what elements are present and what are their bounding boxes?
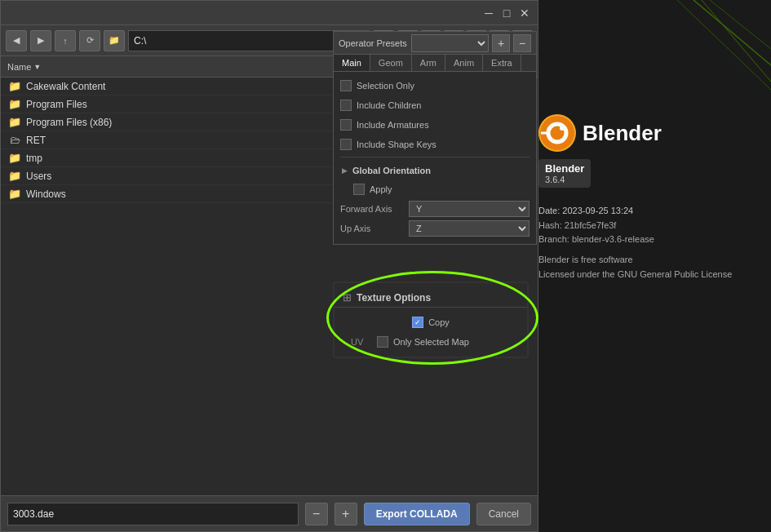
blender-date: Date: 2023-09-25 13:24	[538, 204, 654, 219]
operator-presets-select[interactable]	[411, 34, 489, 52]
tab-extra[interactable]: Extra	[483, 55, 521, 71]
file-name: Program Files	[26, 99, 352, 110]
zoom-out-button[interactable]: −	[305, 503, 328, 525]
file-name: Windows	[26, 188, 352, 200]
blender-license: Blender is free software Licensed under …	[538, 253, 732, 282]
section-divider	[340, 157, 530, 157]
preset-remove-button[interactable]: −	[513, 34, 531, 52]
svg-point-7	[560, 126, 565, 131]
up-axis-row: Up Axis Z X Y	[340, 219, 530, 237]
filename-input[interactable]	[7, 503, 299, 525]
minimize-button[interactable]: ─	[482, 7, 495, 20]
forward-axis-label: Forward Axis	[340, 204, 405, 214]
blender-version-box: Blender 3.6.4	[538, 159, 591, 188]
blender-free-text: Blender is free software	[538, 253, 732, 268]
main-options-body: Selection Only Include Children Include …	[334, 72, 536, 244]
blender-logo-wordmark: Blender	[583, 121, 662, 146]
file-name: Cakewalk Content	[26, 81, 352, 92]
footer-bar: − + Export COLLADA Cancel	[1, 495, 538, 531]
blender-logo-circle	[538, 114, 576, 152]
tab-arm[interactable]: Arm	[412, 55, 445, 71]
sort-arrow: ▼	[33, 63, 41, 71]
forward-button[interactable]: ▶	[30, 30, 51, 51]
selection-only-row: Selection Only	[340, 77, 530, 95]
uv-label: UV	[351, 337, 372, 347]
export-button[interactable]: Export COLLADA	[364, 503, 470, 525]
blender-hash: Hash: 21bfc5e7fe3f	[538, 219, 654, 233]
only-selected-map-label: Only Selected Map	[393, 337, 469, 347]
operator-presets-header: Operator Presets + −	[334, 32, 536, 55]
include-armatures-row: Include Armatures	[340, 116, 530, 134]
apply-checkbox[interactable]	[353, 184, 365, 195]
file-name: RET	[26, 135, 352, 146]
texture-popup-title: Texture Options	[357, 292, 431, 304]
window-titlebar: ─ □ ✕	[1, 1, 538, 25]
include-children-checkbox[interactable]	[340, 100, 352, 111]
options-panel: Operator Presets + − Main Geom Arm Anim …	[333, 31, 537, 245]
svg-line-2	[710, 0, 771, 49]
uv-only-selected-row: UV Only Selected Map	[335, 332, 527, 352]
include-shape-keys-label: Include Shape Keys	[357, 140, 436, 149]
global-orientation-section[interactable]: ▶ Global Orientation	[340, 161, 530, 180]
apply-label: Apply	[370, 184, 392, 194]
blender-branch: Branch: blender-v3.6-release	[538, 233, 654, 247]
back-button[interactable]: ◀	[6, 30, 27, 51]
include-armatures-label: Include Armatures	[357, 120, 429, 130]
forward-axis-row: Forward Axis Y X Z -X -Y -Z	[340, 200, 530, 218]
cancel-button[interactable]: Cancel	[476, 503, 531, 525]
include-shape-keys-row: Include Shape Keys	[340, 135, 530, 153]
file-name: Users	[26, 171, 352, 182]
folder-icon: 📁	[7, 152, 22, 165]
selection-only-label: Selection Only	[357, 81, 414, 91]
folder-icon: 📁	[7, 188, 22, 201]
file-name: tmp	[26, 153, 352, 164]
up-axis-label: Up Axis	[340, 224, 405, 233]
copy-checkbox[interactable]	[412, 317, 423, 328]
blender-version-label: Blender	[545, 162, 584, 175]
include-armatures-checkbox[interactable]	[340, 119, 352, 131]
svg-line-3	[677, 0, 771, 90]
include-children-row: Include Children	[340, 96, 530, 114]
forward-axis-select[interactable]: Y X Z -X -Y -Z	[409, 201, 530, 217]
up-button[interactable]: ↑	[55, 30, 76, 51]
tab-anim[interactable]: Anim	[445, 55, 483, 71]
orient-triangle-icon: ▶	[342, 166, 348, 175]
folder-icon: 📁	[7, 98, 22, 111]
folder-icon: 📁	[7, 170, 22, 183]
operator-presets-label: Operator Presets	[339, 38, 408, 48]
apply-row: Apply	[340, 180, 530, 198]
include-shape-keys-checkbox[interactable]	[340, 139, 352, 150]
options-tabs: Main Geom Arm Anim Extra	[334, 55, 536, 72]
blender-version-number: 3.6.4	[545, 175, 584, 184]
bookmark-button[interactable]: 📁	[104, 30, 125, 51]
copy-label: Copy	[428, 317, 450, 327]
texture-options-popup: ⊞ Texture Options Copy UV Only Selected …	[333, 282, 529, 358]
copy-row: Copy	[335, 313, 527, 332]
blender-info: Date: 2023-09-25 13:24 Hash: 21bfc5e7fe3…	[538, 204, 654, 247]
blender-logo-area: Blender	[538, 114, 662, 152]
only-selected-map-checkbox[interactable]	[377, 336, 388, 348]
folder-icon: 📁	[7, 80, 22, 93]
up-axis-select[interactable]: Z X Y	[409, 220, 530, 237]
texture-popup-header: ⊞ Texture Options	[335, 288, 527, 308]
tab-geom[interactable]: Geom	[370, 55, 412, 71]
file-name: Program Files (x86)	[26, 117, 352, 128]
include-children-label: Include Children	[357, 100, 422, 110]
global-orientation-title: Global Orientation	[352, 166, 431, 175]
folder-doc-icon: 🗁	[7, 134, 22, 147]
folder-icon: 📁	[7, 116, 22, 129]
texture-grid-icon: ⊞	[343, 291, 352, 304]
blender-logo-svg	[539, 115, 575, 151]
selection-only-checkbox[interactable]	[340, 80, 352, 91]
close-button[interactable]: ✕	[518, 7, 531, 20]
svg-line-0	[693, 0, 771, 65]
blender-background: Blender Blender 3.6.4 Date: 2023-09-25 1…	[530, 0, 771, 532]
name-column-header: Name ▼	[7, 62, 352, 72]
preset-add-button[interactable]: +	[492, 34, 510, 52]
maximize-button[interactable]: □	[500, 7, 513, 20]
refresh-button[interactable]: ⟳	[79, 30, 100, 51]
zoom-in-button[interactable]: +	[335, 503, 357, 525]
blender-license-text: Licensed under the GNU General Public Li…	[538, 268, 732, 282]
tab-main[interactable]: Main	[334, 55, 370, 71]
